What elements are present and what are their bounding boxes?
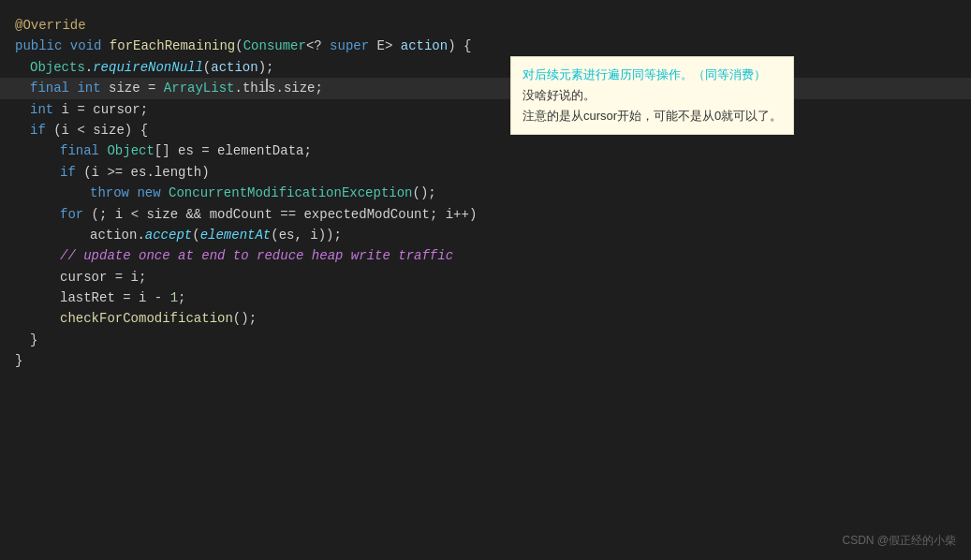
kw-public: public	[15, 36, 62, 56]
kw-final: final	[30, 78, 69, 98]
code-line-require-nonnull: Objects . requireNonNull ( action );	[0, 57, 971, 78]
code-line-final-size: final int size = ArrayList .this.size;	[0, 78, 971, 98]
kw-int-1: int	[77, 78, 100, 98]
kw-int-2: int	[30, 99, 53, 120]
kw-super: super	[330, 36, 369, 56]
code-line-method-sig: public void forEachRemaining ( Consumer …	[0, 36, 971, 56]
param-action: action	[401, 36, 448, 56]
class-objects: Objects	[30, 57, 85, 78]
code-line-for: for (; i < size && modCount == expectedM…	[0, 204, 971, 225]
kw-throw: throw	[90, 183, 129, 203]
code-line-cursor-assign: cursor = i;	[0, 267, 971, 287]
code-line-int-i: int i = cursor;	[0, 99, 971, 120]
tooltip-line3: 注意的是从cursor开始，可能不是从0就可以了。	[522, 109, 782, 123]
code-line-action-accept: action. accept ( elementAt (es, i));	[0, 225, 971, 245]
code-line-check-comod: checkForComodification ();	[0, 308, 971, 329]
code-line-annotation: @Override	[0, 15, 971, 36]
class-arraylist: ArrayList	[164, 78, 235, 98]
tooltip-line1: 对后续元素进行遍历同等操作。（同等消费）	[522, 67, 766, 81]
annotation-tooltip: 对后续元素进行遍历同等操作。（同等消费） 没啥好说的。 注意的是从cursor开…	[510, 56, 794, 135]
param-action-arg: action	[211, 57, 257, 78]
kw-new: new	[137, 183, 160, 203]
watermark: CSDN @假正经的小柴	[842, 533, 956, 549]
kw-void: void	[70, 36, 102, 56]
type-object: Object	[107, 140, 154, 161]
method-elementat: elementAt	[200, 225, 272, 245]
code-line-object-array: final Object [] es = elementData;	[0, 140, 971, 161]
method-name: forEachRemaining	[110, 36, 235, 56]
num-1: 1	[170, 287, 178, 308]
type-consumer: Consumer	[243, 36, 306, 56]
code-container: @Override public void forEachRemaining (…	[0, 0, 971, 560]
tooltip-line2: 没啥好说的。	[522, 88, 596, 102]
method-requirenonnull: requireNonNull	[93, 57, 203, 78]
annotation-override: @Override	[15, 15, 86, 36]
comment-update: // update once at end to reduce heap wri…	[60, 245, 453, 266]
kw-for: for	[60, 204, 83, 225]
code-line-if-size: if (i < size) {	[0, 120, 971, 140]
code-line-comment: // update once at end to reduce heap wri…	[0, 245, 971, 266]
kw-if-1: if	[30, 120, 46, 140]
type-cme: ConcurrentModificationException	[169, 183, 412, 203]
method-check: checkForComodification	[60, 308, 233, 329]
kw-final-2: final	[60, 140, 99, 161]
code-line-lastret: lastRet = i - 1 ;	[0, 287, 971, 308]
method-accept: accept	[145, 225, 192, 245]
code-line-if-length: if (i >= es.length)	[0, 162, 971, 183]
code-line-close-method: }	[0, 350, 971, 371]
code-line-close-if: }	[0, 330, 971, 350]
kw-if-2: if	[60, 162, 76, 183]
code-line-throw: throw new ConcurrentModificationExceptio…	[0, 183, 971, 203]
